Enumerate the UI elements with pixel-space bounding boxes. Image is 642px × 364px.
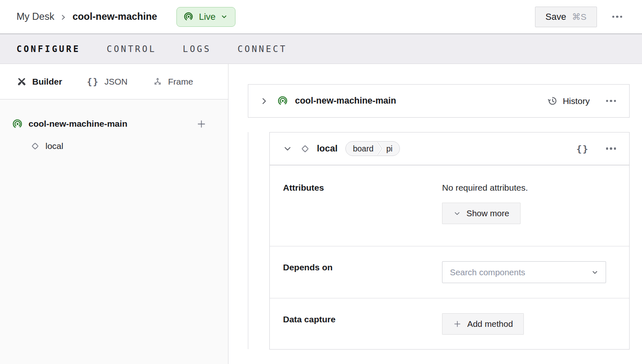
machine-broadcast-icon — [12, 118, 24, 130]
part-group-indent-line — [248, 132, 248, 349]
component-diamond-icon — [30, 141, 40, 151]
chevron-down-icon — [220, 13, 228, 21]
attributes-empty-text: No required attributes. — [442, 183, 528, 193]
view-builder[interactable]: Builder — [17, 76, 62, 87]
add-method-button[interactable]: Add method — [442, 313, 524, 335]
live-status-label: Live — [199, 12, 215, 22]
view-builder-label: Builder — [32, 77, 62, 87]
show-more-label: Show more — [466, 208, 509, 218]
breadcrumb: My Desk cool-new-machine — [17, 11, 157, 22]
plus-icon — [453, 319, 462, 329]
component-card-local: local board pi {} Attributes No required… — [269, 132, 630, 350]
configure-main-panel: cool-new-machine-main History local — [228, 64, 642, 364]
data-capture-label: Data capture — [283, 298, 442, 349]
depends-on-select[interactable]: Search components — [442, 261, 606, 283]
chip-type: board — [346, 144, 376, 154]
attributes-label: Attributes — [283, 165, 442, 246]
component-json-icon[interactable]: {} — [576, 144, 589, 154]
view-json-label: JSON — [105, 77, 128, 87]
main-nav-tabs: CONFIGURE CONTROL LOGS CONNECT — [0, 33, 642, 64]
history-button[interactable]: History — [547, 95, 590, 106]
component-card-header: local board pi {} — [270, 132, 629, 165]
top-header: My Desk cool-new-machine Live Save ⌘S — [0, 0, 642, 33]
braces-icon: {} — [87, 77, 99, 87]
chip-divider-chevron — [376, 142, 383, 156]
add-method-label: Add method — [467, 319, 513, 329]
component-menu-icon[interactable] — [604, 145, 618, 152]
component-diamond-icon — [300, 143, 311, 154]
chevron-right-icon — [59, 14, 67, 21]
tab-connect[interactable]: CONNECT — [238, 44, 287, 54]
view-json[interactable]: {} JSON — [87, 77, 127, 87]
data-capture-section: Data capture Add method — [270, 298, 629, 349]
frame-axes-icon — [152, 76, 163, 87]
add-component-icon[interactable] — [196, 119, 207, 129]
chevron-down-icon — [591, 268, 599, 277]
part-card-title: cool-new-machine-main — [295, 96, 396, 106]
live-status-dropdown[interactable]: Live — [176, 7, 235, 27]
history-clock-icon — [547, 95, 558, 106]
configure-sidebar: Builder {} JSON Frame cool-new-machine-m… — [0, 64, 228, 364]
save-button-label: Save — [545, 12, 566, 22]
save-shortcut-hint: ⌘S — [572, 12, 586, 22]
tab-control[interactable]: CONTROL — [107, 44, 156, 54]
breadcrumb-current: cool-new-machine — [72, 11, 157, 22]
header-overflow-menu-icon[interactable] — [611, 13, 624, 21]
tab-configure[interactable]: CONFIGURE — [17, 44, 80, 54]
tools-icon — [17, 76, 27, 87]
component-type-chip: board pi — [345, 141, 400, 156]
depends-on-label: Depends on — [283, 246, 442, 298]
history-label: History — [563, 96, 590, 106]
machine-broadcast-icon — [277, 95, 289, 107]
depends-on-section: Depends on Search components — [270, 246, 629, 298]
chip-model: pi — [383, 144, 399, 154]
tree-item-label: cool-new-machine-main — [29, 119, 127, 129]
tree-item-label: local — [45, 141, 63, 151]
expand-part-chevron-right-icon[interactable] — [259, 96, 269, 106]
machine-part-card: cool-new-machine-main History — [248, 84, 630, 118]
machine-tree: cool-new-machine-main local — [0, 99, 228, 157]
view-frame-label: Frame — [168, 77, 193, 87]
config-view-switcher: Builder {} JSON Frame — [0, 64, 228, 99]
attributes-section: Attributes No required attributes. Show … — [270, 165, 629, 246]
show-more-button[interactable]: Show more — [442, 203, 521, 224]
tree-item-component-local[interactable]: local — [0, 135, 228, 157]
component-title: local — [317, 143, 338, 154]
save-button[interactable]: Save ⌘S — [535, 7, 597, 27]
machine-broadcast-icon — [183, 11, 194, 22]
view-frame[interactable]: Frame — [152, 76, 193, 87]
breadcrumb-parent[interactable]: My Desk — [17, 11, 54, 22]
part-card-menu-icon[interactable] — [604, 97, 618, 105]
tab-logs[interactable]: LOGS — [183, 44, 211, 54]
depends-on-placeholder: Search components — [450, 267, 525, 277]
collapse-component-chevron-down-icon[interactable] — [283, 144, 292, 154]
tree-item-machine-part[interactable]: cool-new-machine-main — [0, 113, 228, 135]
chevron-down-icon — [453, 210, 461, 217]
